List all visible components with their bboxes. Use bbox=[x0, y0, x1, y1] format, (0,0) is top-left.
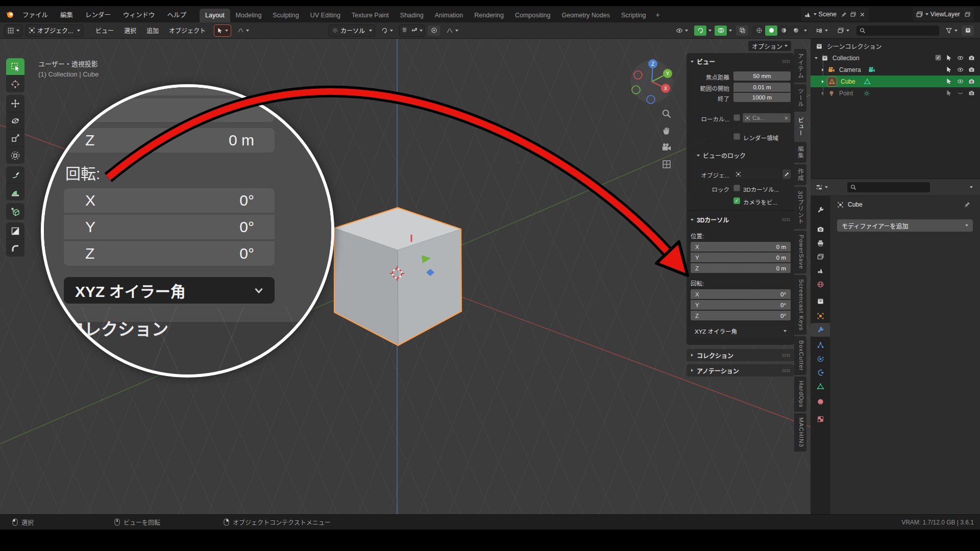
selectable-icon[interactable] bbox=[946, 78, 952, 85]
scene-collection-row[interactable]: シーンコレクション bbox=[811, 40, 980, 52]
cursor-rot-y-field[interactable]: Y0° bbox=[691, 300, 791, 310]
scene-selector[interactable]: Scene bbox=[801, 8, 869, 21]
tab-world-properties[interactable] bbox=[811, 278, 830, 291]
properties-search-input[interactable] bbox=[847, 182, 930, 192]
unlink-scene-icon[interactable] bbox=[859, 11, 866, 18]
menu-edit[interactable]: 編集 bbox=[54, 10, 79, 19]
shading-wireframe-button[interactable] bbox=[753, 26, 765, 36]
object-visibility-dropdown[interactable] bbox=[673, 24, 691, 37]
hide-eye-icon[interactable] bbox=[957, 66, 964, 73]
outliner-filter-button[interactable] bbox=[942, 24, 961, 37]
workspace-tab-shading[interactable]: Shading bbox=[395, 9, 429, 22]
tool-measure[interactable] bbox=[6, 184, 24, 201]
new-scene-icon[interactable] bbox=[850, 11, 856, 18]
workspace-tab-geometry-nodes[interactable]: Geometry Nodes bbox=[556, 9, 615, 22]
rotation-mode-dropdown[interactable]: XYZ オイラー角 bbox=[691, 325, 791, 337]
tab-3dprint[interactable]: 3Dプリント bbox=[794, 187, 806, 229]
tab-texture-properties[interactable] bbox=[811, 412, 830, 426]
collection-row[interactable]: Collection ✓ bbox=[811, 52, 980, 64]
lock-3d-cursor-checkbox[interactable] bbox=[733, 185, 740, 191]
collections-panel-header[interactable]: コレクション bbox=[687, 349, 794, 361]
cursor-loc-z-field[interactable]: Z0 m bbox=[691, 263, 791, 273]
new-view-layer-icon[interactable] bbox=[964, 11, 971, 18]
magnet-icon[interactable] bbox=[401, 27, 408, 34]
view-panel-header[interactable]: ビュー bbox=[691, 57, 790, 66]
menu-help[interactable]: ヘルプ bbox=[161, 10, 193, 19]
show-gizmos-toggle[interactable] bbox=[694, 26, 706, 36]
workspace-tab-layout[interactable]: Layout bbox=[200, 9, 230, 22]
workspace-tab-scripting[interactable]: Scripting bbox=[616, 9, 652, 22]
tab-object-properties[interactable] bbox=[811, 309, 830, 323]
chevron-down-icon[interactable] bbox=[970, 186, 973, 188]
render-region-checkbox[interactable] bbox=[733, 133, 740, 140]
pin-icon[interactable] bbox=[841, 11, 847, 18]
clip-start-field[interactable]: 0.01 m bbox=[733, 83, 791, 92]
falloff-dropdown[interactable] bbox=[443, 24, 461, 37]
tool-boxcutter[interactable] bbox=[6, 222, 24, 240]
menu-file[interactable]: ファイル bbox=[16, 10, 54, 19]
menu-select[interactable]: 選択 bbox=[119, 26, 141, 35]
options-dropdown[interactable]: オプション bbox=[748, 41, 791, 51]
panel-grip[interactable] bbox=[782, 369, 790, 372]
local-camera-object-field[interactable]: Ca... bbox=[743, 113, 791, 122]
tool-select-box[interactable] bbox=[6, 58, 24, 76]
pivot-point-dropdown[interactable]: カーソル bbox=[329, 24, 375, 37]
cube-object[interactable] bbox=[334, 208, 461, 345]
tab-hardops[interactable]: HardOps bbox=[794, 377, 806, 412]
show-overlays-toggle[interactable] bbox=[715, 26, 727, 36]
tab-particle-properties[interactable] bbox=[811, 338, 830, 352]
selectable-icon[interactable] bbox=[946, 55, 952, 61]
tab-item[interactable]: アイテム bbox=[794, 49, 806, 83]
render-visibility-icon[interactable] bbox=[968, 66, 975, 73]
clip-end-field[interactable]: 1000 m bbox=[733, 93, 791, 102]
add-workspace-button[interactable]: + bbox=[652, 8, 664, 22]
tab-boxcutter[interactable]: BoxCutter bbox=[794, 336, 806, 375]
tab-view-layer-properties[interactable] bbox=[811, 250, 830, 264]
cube-row-selected[interactable]: Cube bbox=[811, 76, 980, 87]
local-camera-checkbox[interactable] bbox=[733, 114, 740, 121]
shading-material-button[interactable] bbox=[777, 26, 790, 36]
tool-move[interactable] bbox=[6, 95, 24, 112]
hide-eye-icon[interactable] bbox=[957, 55, 964, 61]
tab-output-properties[interactable] bbox=[811, 236, 830, 250]
disclosure-closed-icon[interactable] bbox=[822, 92, 824, 95]
tool-cursor[interactable] bbox=[6, 76, 24, 92]
tab-machin3[interactable]: MACHIN3 bbox=[794, 413, 806, 452]
tool-annotate[interactable] bbox=[6, 166, 24, 184]
editor-type-button[interactable] bbox=[4, 24, 22, 37]
shading-rendered-button[interactable] bbox=[790, 26, 802, 36]
menu-view[interactable]: ビュー bbox=[90, 26, 119, 35]
properties-editor-type[interactable] bbox=[813, 181, 831, 193]
camera-view-icon[interactable] bbox=[662, 142, 672, 153]
hidden-eye-icon[interactable] bbox=[957, 90, 964, 96]
shading-solid-button[interactable] bbox=[765, 26, 777, 36]
focal-length-field[interactable]: 50 mm bbox=[733, 71, 791, 81]
camera-to-view-checkbox[interactable]: ✓ bbox=[733, 197, 740, 204]
menu-add[interactable]: 追加 bbox=[141, 26, 164, 35]
tool-transform[interactable] bbox=[6, 147, 24, 164]
disclosure-closed-icon[interactable] bbox=[822, 80, 824, 83]
cursor-loc-y-field[interactable]: Y0 m bbox=[691, 253, 791, 262]
outliner-display-mode[interactable] bbox=[813, 24, 831, 37]
selectable-icon[interactable] bbox=[946, 90, 952, 96]
proportional-editing-toggle[interactable] bbox=[428, 26, 440, 36]
tab-modifier-properties[interactable] bbox=[811, 323, 830, 337]
tab-create[interactable]: 作成 bbox=[794, 164, 806, 185]
disclosure-closed-icon[interactable] bbox=[822, 68, 824, 71]
close-icon[interactable] bbox=[783, 115, 789, 121]
outliner-search-input[interactable] bbox=[856, 26, 939, 36]
mode-dropdown[interactable]: オブジェク... bbox=[26, 24, 83, 37]
menu-object[interactable]: オブジェクト bbox=[164, 26, 211, 35]
workspace-tab-uv-editing[interactable]: UV Editing bbox=[305, 9, 346, 22]
blender-logo-icon[interactable] bbox=[5, 10, 14, 19]
tab-screencast-keys[interactable]: Screencast Keys bbox=[794, 275, 806, 335]
tab-view[interactable]: ビュー bbox=[794, 113, 806, 141]
addon-tool-button[interactable] bbox=[214, 24, 231, 37]
lock-object-field[interactable] bbox=[733, 169, 781, 179]
exclude-checkbox[interactable]: ✓ bbox=[935, 55, 941, 61]
point-row[interactable]: Point bbox=[811, 87, 980, 99]
outliner-filter-mode[interactable] bbox=[834, 24, 852, 37]
tool-hardops[interactable] bbox=[6, 240, 24, 257]
tab-scene-properties[interactable] bbox=[811, 264, 830, 278]
tab-constraint-properties[interactable] bbox=[811, 366, 830, 380]
